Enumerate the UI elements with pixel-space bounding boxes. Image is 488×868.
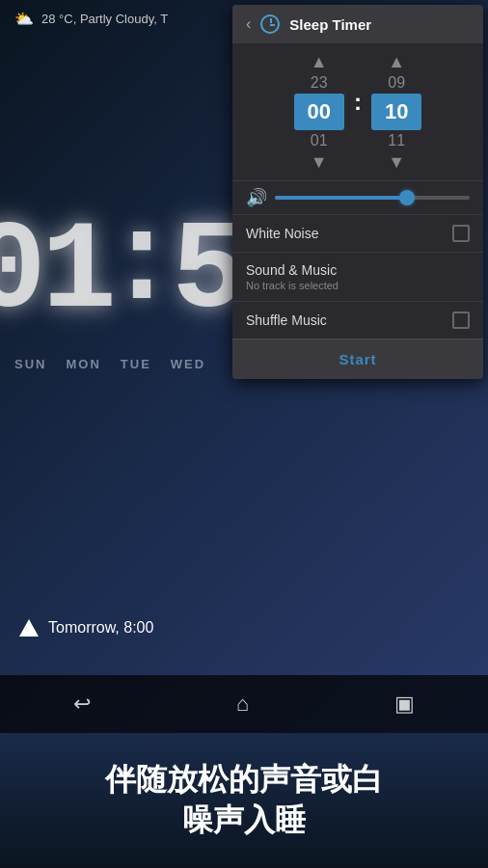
shuffle-music-row[interactable]: Shuffle Music <box>232 301 483 339</box>
bottom-text-line1: 伴随放松的声音或白 <box>105 760 383 800</box>
bottom-text: 伴随放松的声音或白 噪声入睡 <box>105 760 383 840</box>
weather-text: 28 °C, Partly Cloudy, T <box>41 12 168 26</box>
bottom-text-area: 伴随放松的声音或白 噪声入睡 <box>0 733 488 868</box>
day-tue: TUE <box>121 357 151 371</box>
dialog-clock-icon <box>260 14 280 34</box>
bottom-text-line2: 噪声入睡 <box>105 800 383 841</box>
shuffle-music-checkbox[interactable] <box>452 312 470 329</box>
home-button[interactable]: ⌂ <box>236 692 249 717</box>
dialog-title: Sleep Timer <box>289 16 470 33</box>
clock-colon: : <box>104 203 179 342</box>
alarm-label: Tomorrow, 8:00 <box>48 619 153 637</box>
clock-hours: 01 <box>0 210 112 336</box>
status-bar: ⛅ 28 °C, Partly Cloudy, T <box>14 10 168 28</box>
volume-icon: 🔊 <box>246 187 267 208</box>
minutes-below: 11 <box>382 132 411 149</box>
sleep-timer-dialog: ‹ Sleep Timer ▲ 23 00 01 ▼ : ▲ 09 10 11 … <box>232 5 483 379</box>
dialog-header: ‹ Sleep Timer <box>232 5 483 43</box>
weather-icon: ⛅ <box>14 10 34 28</box>
hours-value: 00 <box>294 94 344 130</box>
digital-clock: 01 : 5 <box>0 203 242 342</box>
minutes-up-button[interactable]: ▲ <box>380 51 413 72</box>
hours-down-button[interactable]: ▼ <box>303 151 336 173</box>
white-noise-label: White Noise <box>246 226 318 241</box>
hours-up-button[interactable]: ▲ <box>303 51 336 72</box>
volume-thumb <box>399 190 415 205</box>
sound-music-sublabel: No track is selected <box>246 280 339 291</box>
volume-row: 🔊 <box>232 180 483 214</box>
hours-below: 01 <box>305 132 334 149</box>
start-button[interactable]: Start <box>232 339 483 379</box>
time-separator: : <box>354 89 362 135</box>
minutes-down-button[interactable]: ▼ <box>380 151 413 173</box>
phone-screen: ⛅ 28 °C, Partly Cloudy, T 01 : 5 SUN MON… <box>0 0 488 733</box>
white-noise-row[interactable]: White Noise <box>232 214 483 252</box>
day-mon: MON <box>66 357 100 371</box>
shuffle-music-label: Shuffle Music <box>246 312 327 328</box>
minutes-value: 10 <box>371 94 421 130</box>
sound-music-label: Sound & Music <box>246 262 339 278</box>
volume-slider[interactable] <box>275 196 470 200</box>
hours-above: 23 <box>305 74 334 92</box>
sound-music-row[interactable]: Sound & Music No track is selected <box>232 252 483 301</box>
day-sun: SUN <box>14 357 46 371</box>
volume-fill <box>275 196 407 200</box>
minutes-column: ▲ 09 10 11 ▼ <box>371 51 421 173</box>
hours-column: ▲ 23 00 01 ▼ <box>294 51 344 173</box>
alarm-info: Tomorrow, 8:00 <box>19 619 153 637</box>
minutes-above: 09 <box>382 74 411 92</box>
alarm-icon <box>19 619 39 637</box>
white-noise-checkbox[interactable] <box>452 225 470 242</box>
dialog-back-icon[interactable]: ‹ <box>246 15 251 33</box>
back-button[interactable]: ↩ <box>73 692 91 717</box>
nav-bar: ↩ ⌂ ▣ <box>0 675 488 733</box>
days-row: SUN MON TUE WED <box>14 357 205 371</box>
day-wed: WED <box>171 357 205 371</box>
time-picker: ▲ 23 00 01 ▼ : ▲ 09 10 11 ▼ <box>232 43 483 180</box>
recent-button[interactable]: ▣ <box>394 692 415 717</box>
